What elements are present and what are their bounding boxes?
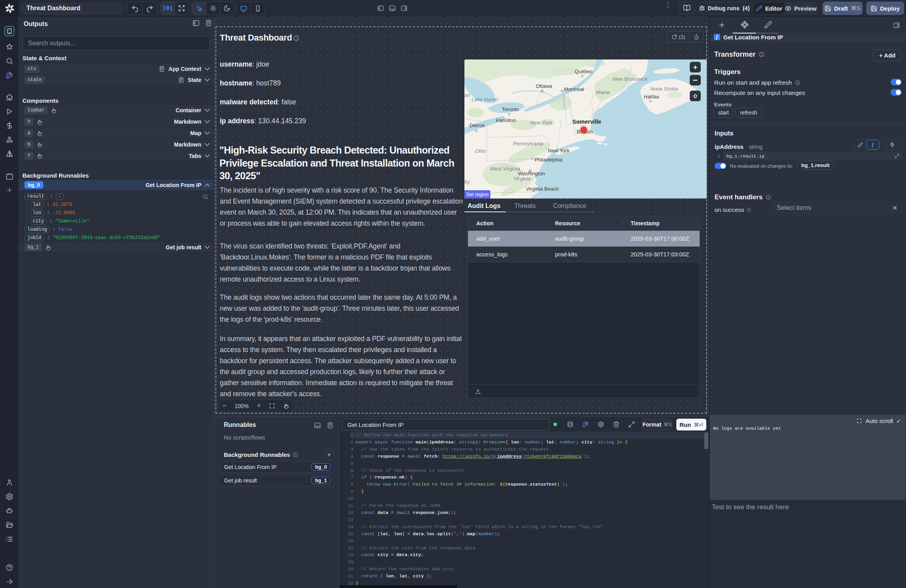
- svg-text:Detroit: Detroit: [470, 122, 485, 128]
- svg-text:Philadelphia: Philadelphia: [535, 157, 563, 163]
- svg-text:cky: cky: [464, 179, 470, 185]
- svg-text:Maine: Maine: [596, 89, 610, 95]
- svg-text:Québec: Québec: [575, 69, 593, 74]
- svg-text:igan: igan: [464, 92, 470, 98]
- svg-text:Somerville: Somerville: [572, 119, 601, 125]
- svg-text:New York: New York: [548, 148, 570, 154]
- svg-text:New Brunswick: New Brunswick: [613, 76, 648, 82]
- svg-text:Virginia: Virginia: [514, 176, 531, 182]
- svg-text:Pennsylvania: Pennsylvania: [513, 141, 543, 147]
- svg-text:West Virginia: West Virginia: [490, 166, 520, 172]
- svg-text:Lake Huron: Lake Huron: [472, 96, 498, 102]
- svg-text:Nova Scotia: Nova Scotia: [650, 86, 678, 92]
- svg-text:Hamilton: Hamilton: [496, 117, 516, 123]
- svg-text:Halifax: Halifax: [644, 94, 659, 100]
- svg-text:Toronto: Toronto: [502, 106, 519, 112]
- svg-text:Montréal: Montréal: [564, 86, 584, 92]
- svg-text:New York: New York: [530, 120, 553, 126]
- svg-text:Virginia Beach: Virginia Beach: [526, 186, 559, 192]
- svg-text:Ottawa: Ottawa: [536, 83, 552, 89]
- svg-text:Ohio: Ohio: [475, 148, 486, 154]
